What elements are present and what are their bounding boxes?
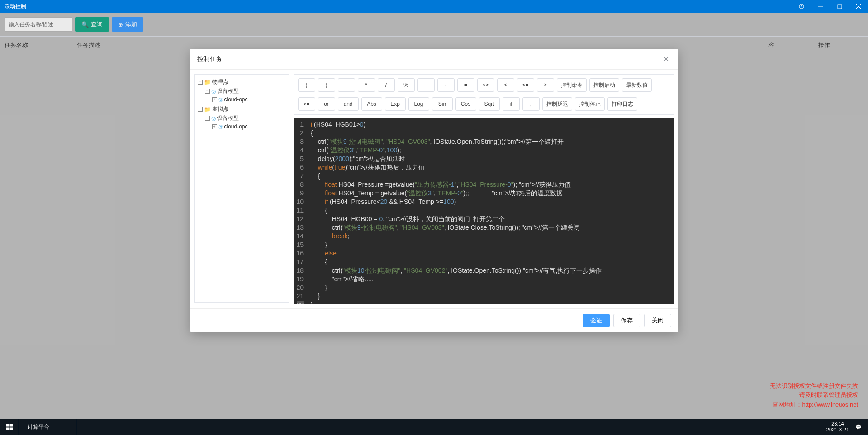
folder-icon: 📁 <box>204 79 211 85</box>
op-button[interactable]: 打印日志 <box>607 97 637 111</box>
window-minimize-button[interactable] <box>811 0 830 13</box>
op-button[interactable]: ( <box>298 78 315 92</box>
op-button[interactable]: 控制命令 <box>557 78 587 92</box>
dialog-header: 控制任务 ✕ <box>190 49 678 70</box>
expand-icon: + <box>212 124 217 129</box>
op-button[interactable]: ) <box>318 78 335 92</box>
op-button[interactable]: 控制停止 <box>575 97 605 111</box>
op-button[interactable]: <= <box>517 78 534 92</box>
op-button[interactable]: ! <box>338 78 355 92</box>
op-button[interactable]: Abs <box>361 97 382 111</box>
svg-rect-9 <box>9 427 13 430</box>
svg-point-1 <box>801 6 802 7</box>
save-button[interactable]: 保存 <box>613 314 640 327</box>
op-button[interactable]: Sin <box>432 97 453 111</box>
window-settings-button[interactable] <box>792 0 811 13</box>
model-icon: ◎ <box>211 88 216 95</box>
taskbar-app[interactable]: 计算平台 <box>18 419 77 435</box>
op-button[interactable]: >= <box>298 97 315 111</box>
op-button[interactable]: Exp <box>385 97 406 111</box>
code-editor[interactable]: 12345678910111213141516171819202122 if(H… <box>294 118 674 304</box>
op-button[interactable]: 控制启动 <box>589 78 619 92</box>
op-button[interactable]: = <box>457 78 474 92</box>
taskbar-clock[interactable]: 23:14 2021-3-21 <box>826 421 849 432</box>
op-button[interactable]: 最新数值 <box>622 78 652 92</box>
tree-node-physical[interactable]: −📁物理点 <box>197 78 287 86</box>
tree-node-virtual[interactable]: −📁虚拟点 <box>197 105 287 113</box>
svg-rect-7 <box>9 424 13 427</box>
tree-node-model-2[interactable]: −◎设备模型 <box>204 114 287 123</box>
op-button[interactable]: if <box>503 97 520 111</box>
editor-code[interactable]: if(HS04_HGB01>0) { ctrl("模块9-控制电磁阀", "HS… <box>307 118 674 304</box>
tree-node-model-1[interactable]: −◎设备模型 <box>204 87 287 95</box>
op-button[interactable]: or <box>318 97 335 111</box>
window-title: 联动控制 <box>0 3 792 10</box>
control-task-dialog: 控制任务 ✕ −📁物理点 −◎设备模型 +◎cloud-opc <box>190 49 678 332</box>
model-icon: ◎ <box>218 96 223 103</box>
modal-overlay: 控制任务 ✕ −📁物理点 −◎设备模型 +◎cloud-opc <box>0 13 868 435</box>
model-icon: ◎ <box>218 123 223 130</box>
notifications-icon[interactable]: 💬 <box>855 424 862 430</box>
op-button[interactable]: > <box>537 78 554 92</box>
dialog-title: 控制任务 <box>197 55 223 63</box>
op-button[interactable]: 控制延迟 <box>542 97 572 111</box>
dialog-close-button[interactable]: ✕ <box>661 53 671 65</box>
device-tree[interactable]: −📁物理点 −◎设备模型 +◎cloud-opc −📁虚拟点 −◎设备模型 <box>194 74 289 303</box>
operator-toolbar: ()!*/%+-=<><<=>控制命令控制启动最新数值>=orandAbsExp… <box>294 74 674 115</box>
windows-taskbar: 计算平台 23:14 2021-3-21 💬 <box>0 419 868 435</box>
dialog-footer: 验证 保存 关闭 <box>190 308 678 332</box>
op-button[interactable]: * <box>358 78 375 92</box>
collapse-icon: − <box>205 116 210 121</box>
svg-rect-6 <box>6 424 9 427</box>
collapse-icon: − <box>198 107 203 112</box>
close-button[interactable]: 关闭 <box>644 314 671 327</box>
op-button[interactable]: - <box>437 78 455 92</box>
window-maximize-button[interactable] <box>830 0 849 13</box>
tree-leaf-1[interactable]: +◎cloud-opc <box>211 96 287 103</box>
op-button[interactable]: Log <box>408 97 429 111</box>
op-button[interactable]: % <box>398 78 415 92</box>
op-button[interactable]: / <box>378 78 395 92</box>
folder-icon: 📁 <box>204 106 211 113</box>
collapse-icon: − <box>198 80 203 85</box>
start-button[interactable] <box>0 419 18 435</box>
op-button[interactable]: <> <box>477 78 494 92</box>
op-button[interactable]: < <box>497 78 514 92</box>
collapse-icon: − <box>205 89 210 94</box>
op-button[interactable]: Cos <box>455 97 476 111</box>
svg-rect-8 <box>6 427 9 430</box>
tree-leaf-2[interactable]: +◎cloud-opc <box>211 123 287 130</box>
editor-gutter: 12345678910111213141516171819202122 <box>294 118 308 304</box>
model-icon: ◎ <box>211 115 216 122</box>
svg-rect-3 <box>838 5 842 9</box>
window-close-button[interactable] <box>849 0 868 13</box>
op-button[interactable]: , <box>522 97 540 111</box>
svg-point-0 <box>799 4 804 9</box>
op-button[interactable]: Sqrt <box>479 97 500 111</box>
op-button[interactable]: + <box>417 78 435 92</box>
verify-button[interactable]: 验证 <box>583 314 610 327</box>
expand-icon: + <box>212 97 217 102</box>
op-button[interactable]: and <box>338 97 359 111</box>
window-titlebar: 联动控制 <box>0 0 868 13</box>
system-tray: 23:14 2021-3-21 💬 <box>826 421 868 432</box>
